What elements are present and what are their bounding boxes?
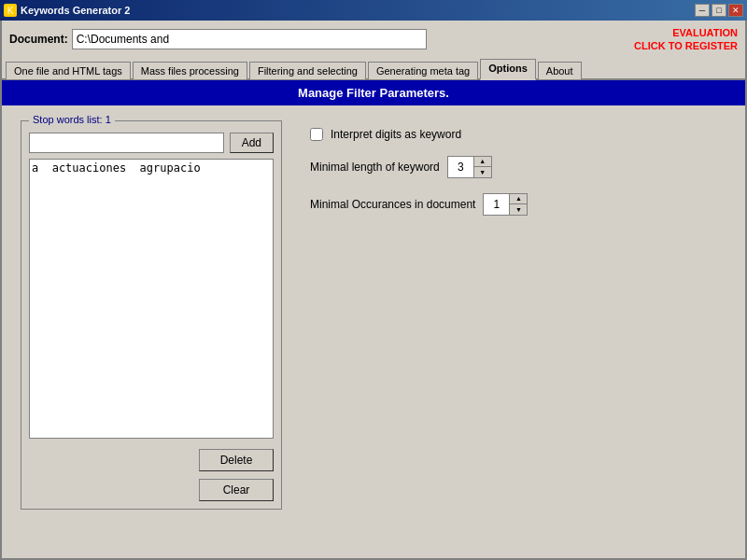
- add-row: Add: [29, 133, 274, 153]
- tab-filtering[interactable]: Filtering and selecting: [249, 62, 366, 79]
- minimize-button[interactable]: ─: [695, 4, 710, 17]
- delete-button[interactable]: Delete: [199, 449, 274, 471]
- min-keyword-length-spinner: ▲ ▼: [447, 156, 492, 178]
- doc-bar: Document: EVALUATION CLICK TO REGISTER: [2, 21, 745, 57]
- min-keyword-length-up[interactable]: ▲: [474, 157, 491, 167]
- document-path-input[interactable]: [72, 29, 427, 49]
- eval-banner[interactable]: EVALUATION CLICK TO REGISTER: [634, 26, 738, 53]
- close-button[interactable]: ✕: [728, 4, 743, 17]
- min-keyword-length-spin-buttons: ▲ ▼: [474, 157, 491, 177]
- tab-meta-tag[interactable]: Generating meta tag: [368, 62, 478, 79]
- stop-words-group: Stop words list: 1 Add Delete Clear: [21, 120, 282, 510]
- section-header: Manage Filter Parameters.: [2, 80, 745, 105]
- min-keyword-length-input[interactable]: [448, 157, 474, 177]
- min-occurrences-down[interactable]: ▼: [510, 204, 527, 215]
- words-list[interactable]: [29, 159, 274, 439]
- word-input[interactable]: [29, 133, 224, 153]
- eval-line2: CLICK TO REGISTER: [634, 39, 738, 52]
- clear-button[interactable]: Clear: [199, 479, 274, 501]
- interpret-digits-row: Interpret digits as keyword: [310, 128, 726, 141]
- min-keyword-length-row: Minimal length of keyword ▲ ▼: [310, 156, 726, 178]
- content-area: Manage Filter Parameters. Stop words lis…: [2, 80, 745, 558]
- add-button[interactable]: Add: [230, 133, 274, 153]
- panel-content: Stop words list: 1 Add Delete Clear: [2, 105, 745, 525]
- main-window: Document: EVALUATION CLICK TO REGISTER O…: [0, 21, 747, 560]
- tab-options[interactable]: Options: [480, 59, 536, 80]
- action-buttons: Delete Clear: [29, 449, 274, 501]
- tab-one-file[interactable]: One file and HTML tags: [6, 62, 131, 79]
- right-panel: Interpret digits as keyword Minimal leng…: [310, 120, 726, 510]
- interpret-digits-label: Interpret digits as keyword: [331, 128, 461, 141]
- min-occurrences-spin-buttons: ▲ ▼: [510, 194, 527, 215]
- tab-mass-files[interactable]: Mass files processing: [133, 62, 247, 79]
- eval-line1: EVALUATION: [634, 26, 738, 39]
- min-occurrences-input[interactable]: [484, 194, 510, 215]
- doc-label: Document:: [9, 29, 427, 49]
- tab-about[interactable]: About: [538, 62, 582, 79]
- min-keyword-length-down[interactable]: ▼: [474, 167, 491, 177]
- min-occurrences-row: Minimal Occurances in document ▲ ▼: [310, 193, 726, 216]
- maximize-button[interactable]: □: [712, 4, 726, 17]
- document-label: Document:: [9, 33, 68, 46]
- title-bar: K Keywords Generator 2 ─ □ ✕: [0, 0, 747, 21]
- title-bar-buttons: ─ □ ✕: [695, 4, 743, 17]
- window-title: Keywords Generator 2: [21, 5, 130, 16]
- min-occurrences-spinner: ▲ ▼: [483, 193, 528, 216]
- min-occurrences-label: Minimal Occurances in document: [310, 198, 475, 211]
- stop-words-legend: Stop words list: 1: [29, 114, 115, 125]
- app-icon: K: [4, 4, 17, 17]
- min-occurrences-up[interactable]: ▲: [510, 194, 527, 204]
- min-keyword-length-label: Minimal length of keyword: [310, 161, 440, 174]
- title-bar-left: K Keywords Generator 2: [4, 4, 130, 17]
- left-panel: Stop words list: 1 Add Delete Clear: [21, 120, 282, 510]
- tabs-container: One file and HTML tags Mass files proces…: [2, 57, 745, 80]
- interpret-digits-checkbox[interactable]: [310, 128, 323, 141]
